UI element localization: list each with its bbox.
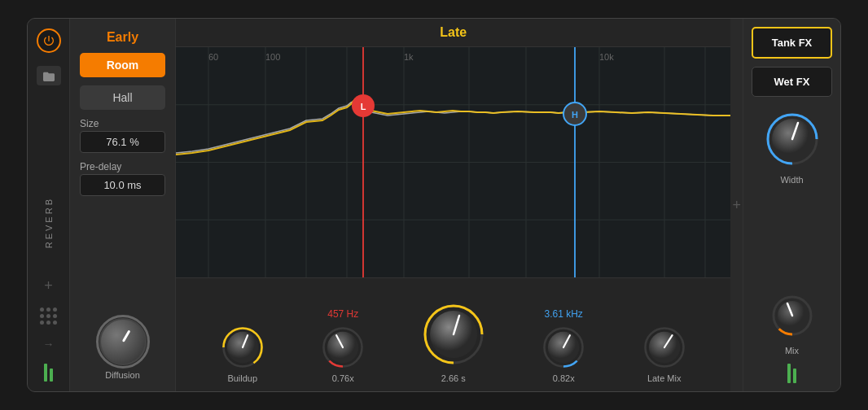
- decay-label: 2.66 s: [441, 373, 466, 383]
- high-eq-label: 0.82x: [553, 373, 575, 383]
- late-mix-label: Late Mix: [647, 373, 682, 383]
- svg-text:L: L: [361, 102, 366, 111]
- predelay-section: Pre-delay 10.0 ms: [80, 161, 165, 196]
- early-panel: Early Room Hall Size 76.1 % Pre-delay 10…: [70, 19, 176, 391]
- high-eq-knob[interactable]: [541, 325, 585, 369]
- low-eq-label: 0.76x: [332, 373, 354, 383]
- diffusion-knob[interactable]: [99, 318, 147, 365]
- hall-button[interactable]: Hall: [80, 85, 165, 110]
- wet-fx-button[interactable]: Wet FX: [752, 67, 832, 97]
- predelay-value[interactable]: 10.0 ms: [80, 174, 165, 196]
- folder-button[interactable]: [37, 66, 61, 85]
- mix-section: Mix: [752, 294, 832, 383]
- buildup-knob[interactable]: [221, 325, 265, 369]
- eq-display[interactable]: 60 100 1k 10k: [176, 47, 730, 277]
- low-freq-label: 457 Hz: [327, 308, 358, 320]
- meter-bar-left: [787, 364, 791, 383]
- width-knob[interactable]: [765, 111, 820, 170]
- predelay-label: Pre-delay: [80, 161, 165, 172]
- plugin-container: REVERB + → Early Room Hall Size 76.1 % P…: [27, 18, 841, 392]
- high-freq-label: 3.61 kHz: [545, 308, 583, 320]
- tank-fx-button[interactable]: Tank FX: [752, 27, 832, 59]
- reverb-label: REVERB: [44, 197, 54, 248]
- input-meter: [44, 364, 53, 382]
- buildup-group: Buildup: [221, 325, 265, 383]
- late-mix-knob[interactable]: [642, 325, 686, 369]
- output-meter: [787, 364, 796, 383]
- early-title: Early: [80, 30, 165, 45]
- late-mix-group: Late Mix: [642, 325, 686, 383]
- size-label: Size: [80, 118, 165, 129]
- width-label: Width: [780, 175, 803, 185]
- size-section: Size 76.1 %: [80, 118, 165, 153]
- power-button[interactable]: [37, 28, 61, 53]
- svg-text:H: H: [572, 110, 578, 120]
- high-eq-group: 3.61 kHz 0: [541, 308, 585, 383]
- meter-bar-right: [793, 369, 796, 383]
- eq-grid-svg: L H: [176, 47, 730, 277]
- room-button[interactable]: Room: [80, 53, 165, 77]
- low-eq-knob[interactable]: [321, 325, 365, 369]
- size-value[interactable]: 76.1 %: [80, 131, 165, 153]
- grid-dots-button[interactable]: [40, 308, 57, 325]
- right-panel: Tank FX Wet FX Width: [743, 19, 840, 391]
- left-sidebar: REVERB + →: [28, 19, 70, 391]
- low-eq-group: 457 Hz 0.7: [321, 308, 365, 383]
- decay-knob[interactable]: [422, 303, 485, 369]
- diffusion-label: Diffusion: [105, 370, 140, 380]
- mix-label: Mix: [785, 346, 799, 355]
- diffusion-section: Diffusion: [80, 318, 165, 380]
- right-plus-button[interactable]: +: [732, 197, 741, 214]
- decay-group: 2.66 s: [422, 303, 485, 383]
- late-header: Late: [176, 19, 730, 47]
- buildup-label: Buildup: [227, 373, 257, 383]
- right-plus-container: +: [732, 19, 741, 391]
- main-area: Late 60 100 1k 10k: [176, 19, 730, 391]
- add-left-button[interactable]: +: [44, 277, 53, 294]
- width-section: Width: [752, 111, 832, 185]
- route-button[interactable]: →: [43, 338, 55, 351]
- knobs-row: Buildup 457 Hz: [176, 277, 730, 391]
- mix-knob[interactable]: [770, 294, 814, 341]
